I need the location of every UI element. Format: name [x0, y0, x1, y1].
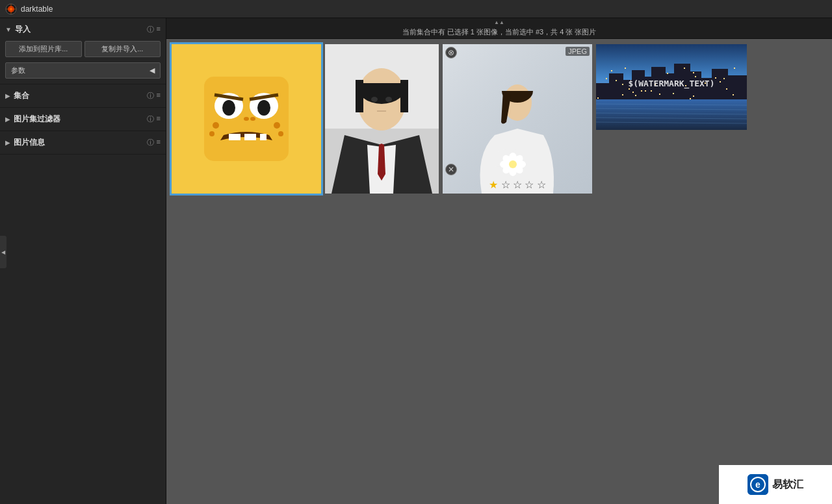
branding-area: e 易软汇 [719, 465, 832, 504]
thumb-3-canvas [443, 44, 592, 194]
thumbnail-1[interactable] [172, 44, 321, 194]
status-text: 当前集合中有 已选择 1 张图像，当前选中 #3，共 4 张 张图片 [402, 27, 597, 37]
import-section-header[interactable]: ▼ 导入 ⓘ ≡ [0, 21, 166, 38]
reject-icon[interactable]: ⊗ [445, 47, 457, 58]
scroll-up-arrow: ▲ [494, 19, 499, 25]
info-menu-icon[interactable]: ≡ [157, 138, 161, 147]
params-arrow: ◀ [150, 66, 155, 75]
import-section: ▼ 导入 ⓘ ≡ 添加到照片库... 复制并导入... 参数 ◀ [0, 18, 166, 84]
brand-logo: e [748, 474, 768, 495]
params-label: 参数 [11, 66, 25, 75]
collection-arrow: ▶ [5, 92, 10, 99]
star-1[interactable]: ★ [489, 179, 498, 190]
collection-section: ▶ 集合 ⓘ ≡ [0, 84, 166, 108]
star-2[interactable]: ☆ [501, 179, 510, 190]
info-section: ▶ 图片信息 ⓘ ≡ [0, 131, 166, 155]
filter-section-title: 图片集过滤器 [14, 114, 147, 125]
collection-info-icon[interactable]: ⓘ [147, 91, 154, 101]
import-section-title: 导入 [15, 24, 147, 35]
collapse-arrow: ◀ [1, 249, 5, 255]
add-to-library-button[interactable]: 添加到照片库... [5, 41, 82, 57]
collection-menu-icon[interactable]: ≡ [157, 91, 161, 101]
filter-section: ▶ 图片集过滤器 ⓘ ≡ [0, 108, 166, 131]
params-button[interactable]: 参数 ◀ [5, 62, 161, 79]
left-panel: ▼ 导入 ⓘ ≡ 添加到照片库... 复制并导入... 参数 ◀ ▶ [0, 18, 166, 504]
scroll-up-area[interactable]: ▲ [166, 18, 832, 26]
filter-section-header[interactable]: ▶ 图片集过滤器 ⓘ ≡ [0, 110, 166, 128]
star-rating[interactable]: ★ ☆ ☆ ☆ ☆ [443, 179, 592, 191]
import-menu-icon[interactable]: ≡ [157, 25, 161, 34]
filter-menu-icon[interactable]: ≡ [157, 114, 161, 124]
thumbnail-4[interactable] [596, 44, 747, 130]
collection-section-header[interactable]: ▶ 集合 ⓘ ≡ [0, 87, 166, 105]
titlebar: darktable [0, 0, 832, 18]
info-section-title: 图片信息 [14, 137, 147, 148]
collection-section-title: 集合 [14, 90, 147, 101]
main-layout: ▼ 导入 ⓘ ≡ 添加到照片库... 复制并导入... 参数 ◀ ▶ [0, 18, 832, 504]
app-title: darktable [21, 5, 53, 14]
info-section-header[interactable]: ▶ 图片信息 ⓘ ≡ [0, 134, 166, 151]
thumb-2-canvas [325, 44, 439, 194]
import-arrow: ▼ [5, 26, 12, 33]
thumb-1-canvas [172, 44, 321, 194]
close-icon[interactable]: ✕ [445, 164, 457, 175]
copy-and-import-button[interactable]: 复制并导入... [84, 41, 161, 57]
star-5[interactable]: ☆ [537, 179, 546, 190]
svg-text:e: e [755, 479, 760, 490]
thumbnail-3[interactable]: JPEG ⊗ ✕ ★ ☆ ☆ ☆ ☆ [443, 44, 592, 194]
info-info-icon[interactable]: ⓘ [147, 138, 154, 147]
info-arrow: ▶ [5, 139, 10, 146]
thumb-4-canvas [596, 44, 747, 130]
brand-text-area: 易软汇 [772, 478, 803, 492]
thumbnail-grid[interactable]: JPEG ⊗ ✕ ★ ☆ ☆ ☆ ☆ [166, 39, 832, 504]
jpeg-badge: JPEG [566, 47, 590, 56]
filter-info-icon[interactable]: ⓘ [147, 114, 154, 124]
header-bar: ▲ 当前集合中有 已选择 1 张图像，当前选中 #3，共 4 张 张图片 [166, 18, 832, 39]
star-3[interactable]: ☆ [513, 179, 522, 190]
brand-name: 易软汇 [772, 478, 803, 492]
import-buttons: 添加到照片库... 复制并导入... [0, 38, 166, 60]
params-row: 参数 ◀ [0, 60, 166, 81]
import-info-icon[interactable]: ⓘ [147, 25, 154, 34]
star-4[interactable]: ☆ [525, 179, 534, 190]
collapse-left-button[interactable]: ◀ [0, 236, 6, 268]
filter-arrow: ▶ [5, 116, 10, 123]
content-area: ▲ 当前集合中有 已选择 1 张图像，当前选中 #3，共 4 张 张图片 JPE… [166, 18, 832, 504]
app-logo [5, 3, 17, 15]
thumbnail-2[interactable] [325, 44, 439, 194]
